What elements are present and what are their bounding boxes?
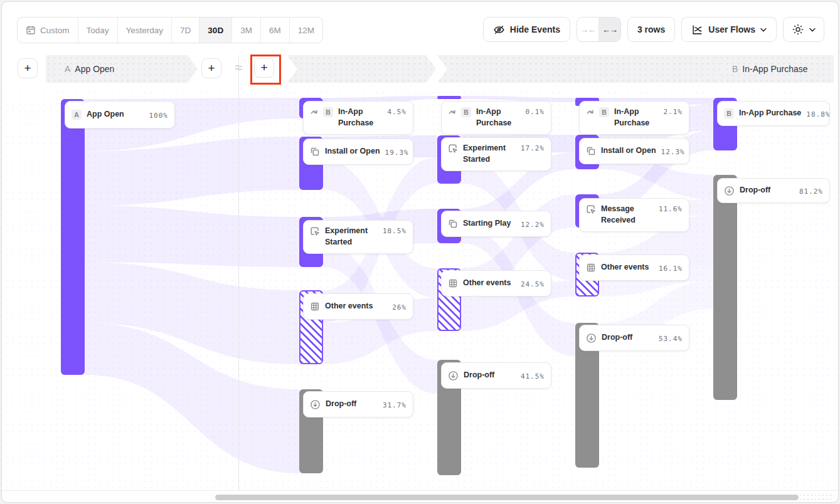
node-icons: B [310,107,333,117]
flow-node-card[interactable]: Install or Open19.3% [303,139,413,165]
dropoff-icon [310,399,321,410]
flow-node-card[interactable]: Other events26% [303,293,413,320]
chevron-down-icon [809,28,816,32]
flow-node-card[interactable]: Experiment Started18.5% [303,220,413,254]
node-label: Drop-off [740,185,794,196]
node-label: Drop-off [326,399,378,410]
flow-node-card[interactable]: Drop-off41.5% [441,362,551,389]
node-label: In-App Purchase [338,107,383,129]
node-label: Starting Play [463,218,516,229]
header-step-4[interactable] [575,55,723,83]
horizontal-scrollbar-thumb[interactable] [215,495,799,500]
node-icons [586,204,596,214]
flow-node-card[interactable]: Drop-off81.2% [717,178,830,203]
view-selector-label: User Flows [708,24,755,34]
expand-columns-button[interactable]: ←→ [599,18,620,41]
click-icon [586,204,596,214]
node-icons: B [586,107,609,117]
toolbar-right: Hide Events →← ←→ 3 rows User Flows [483,17,824,42]
sankey-bar-goal[interactable] [437,96,461,99]
add-step-before-button[interactable]: + [18,58,38,78]
date-range-today[interactable]: Today [78,18,118,43]
node-label: Install or Open [601,145,656,157]
node-label: Other events [463,278,516,289]
flow-node-card[interactable]: BIn-App Purchase0.1% [441,101,551,135]
click-icon [310,226,320,236]
flow-node-card[interactable]: AApp Open100% [65,101,175,129]
copy-icon [586,146,596,156]
flow-node-card[interactable]: BIn-App Purchase18.8% [717,101,830,126]
flow-node-card[interactable]: Other events24.5% [441,270,551,297]
date-range-3m[interactable]: 3M [232,18,261,43]
flow-node-card[interactable]: Experiment Started17.2% [441,137,551,171]
node-percent: 26% [392,302,407,312]
node-icons [586,333,597,344]
node-icons [448,278,458,288]
flow-node-card[interactable]: Install or Open12.3% [579,138,689,164]
header-step-3[interactable] [437,55,585,83]
click-target-highlight [250,55,281,85]
header-step-2[interactable] [287,55,436,83]
sankey-bar-dropoff[interactable] [713,175,737,400]
settings-button[interactable] [783,17,824,42]
date-range-custom[interactable]: Custom [18,18,78,43]
header-step-b[interactable]: B In-App Purchase [713,55,834,83]
dropoff-icon [586,333,597,344]
view-selector-button[interactable]: User Flows [681,17,777,42]
date-range-6m[interactable]: 6M [261,18,290,43]
plus-icon: + [24,61,31,75]
node-label: Drop-off [602,332,654,344]
add-step-after-a-button[interactable]: + [201,58,221,78]
date-range-label: 7D [180,26,191,35]
dropoff-icon [448,370,459,381]
flow-node-card[interactable]: BIn-App Purchase2.1% [579,101,689,135]
node-label: Drop-off [464,370,516,381]
expand-arrows-icon: ←→ [602,25,617,34]
user-flows-window: Custom Today Yesterday 7D 30D 3M 6M 12M … [1,1,839,503]
node-label: In-App Purchase [614,107,659,129]
header-step-a[interactable]: A App Open [46,55,198,83]
collapse-arrows-icon: →← [580,25,595,34]
eye-off-icon [493,24,505,36]
sankey-bar-start[interactable] [61,99,85,375]
date-range-7d[interactable]: 7D [172,18,199,43]
flow-node-card[interactable]: Other events16.1% [579,255,689,281]
copy-icon [310,147,320,157]
event-letter-badge: B [724,108,734,118]
event-letter-badge: B [599,107,609,117]
node-percent: 17.2% [521,143,545,152]
rows-button[interactable]: 3 rows [627,17,675,42]
node-icons [310,399,321,410]
node-label: Other events [601,262,654,273]
node-label: Experiment Started [325,226,378,248]
flow-node-card[interactable]: Drop-off53.4% [579,325,689,351]
node-icons [448,370,459,381]
node-label: App Open [87,109,144,120]
date-range-30d[interactable]: 30D [199,18,232,43]
node-label: In-App Purchase [476,107,521,129]
flow-node-card[interactable]: Drop-off31.7% [303,391,413,417]
flow-node-card[interactable]: Message Received11.6% [579,198,689,232]
hide-events-button[interactable]: Hide Events [483,17,570,42]
collapse-columns-button[interactable]: →← [577,18,599,41]
dropoff-icon [724,186,735,196]
node-percent: 19.3% [385,147,409,157]
node-percent: 12.2% [521,219,545,229]
date-range-12m[interactable]: 12M [290,18,322,43]
node-label: Install or Open [325,146,380,157]
flow-node-card[interactable]: Starting Play12.2% [441,211,551,237]
node-icons [310,302,320,312]
date-range-yesterday[interactable]: Yesterday [118,18,173,43]
jump-arrow-icon [310,107,320,117]
approx-symbol: ≈ [230,60,247,76]
node-icons [586,146,596,156]
node-label: Experiment Started [463,143,516,165]
step-letter: B [732,64,738,74]
canvas-bottom-border [2,490,838,491]
node-percent: 31.7% [383,400,407,409]
grid-icon [448,278,458,288]
calendar-icon [26,25,36,35]
node-icons [310,226,320,236]
date-range-label: Custom [40,26,70,35]
flow-node-card[interactable]: BIn-App Purchase4.5% [303,101,413,135]
